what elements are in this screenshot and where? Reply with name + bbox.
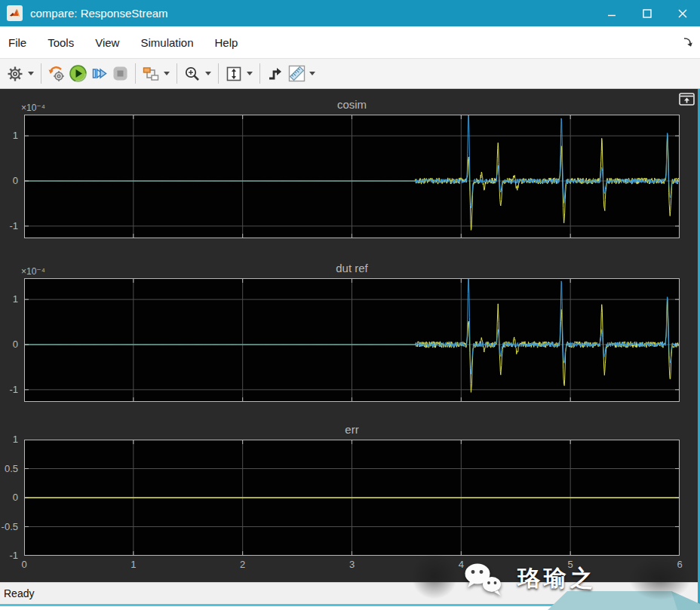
settings-dropdown-caret[interactable] — [26, 63, 36, 84]
maximize-button[interactable] — [629, 0, 665, 26]
y-tick-label: -1 — [0, 384, 21, 396]
x-tick-label: 4 — [450, 559, 472, 570]
measurements-icon[interactable] — [286, 63, 307, 84]
status-text: Ready — [4, 587, 34, 599]
y-exponent-label: ×10⁻⁴ — [21, 266, 45, 277]
close-button[interactable] — [665, 0, 700, 26]
x-tick-label: 6 — [668, 559, 691, 570]
y-tick-label: -1 — [0, 220, 21, 232]
autoscale-dropdown-caret[interactable] — [244, 63, 255, 84]
menu-file[interactable]: File — [0, 26, 37, 58]
menu-bar: File Tools View Simulation Help — [0, 26, 700, 58]
y-tick-label: 1 — [0, 293, 21, 305]
matlab-app-icon — [7, 5, 23, 21]
status-bar: Ready — [0, 582, 700, 604]
plot-title-cosim: cosim — [24, 98, 680, 111]
status-accent-line — [0, 604, 700, 606]
settings-gear-icon[interactable] — [5, 63, 26, 84]
menu-tools[interactable]: Tools — [37, 26, 84, 58]
run-icon[interactable] — [67, 63, 88, 84]
trigger-icon[interactable] — [265, 63, 286, 84]
scope-window: compare: ResponseStream File Tools View … — [0, 0, 700, 610]
zoom-dropdown-caret[interactable] — [203, 63, 213, 84]
x-tick-label: 2 — [232, 559, 254, 570]
y-tick-label: -0.5 — [0, 521, 21, 533]
plot-title-dutref: dut ref — [24, 262, 680, 274]
x-tick-label: 1 — [122, 559, 145, 570]
plot-dutref[interactable] — [24, 278, 680, 402]
toolbar-separator — [41, 63, 41, 84]
menu-view[interactable]: View — [84, 26, 130, 58]
minimize-button[interactable] — [594, 0, 629, 26]
window-title: compare: ResponseStream — [30, 7, 594, 20]
x-tick-label: 0 — [13, 559, 35, 570]
plot-cosim[interactable] — [24, 115, 680, 238]
signal-selector-dropdown-caret[interactable] — [161, 63, 172, 84]
y-tick-label: 0 — [0, 339, 21, 351]
menu-help[interactable]: Help — [204, 26, 249, 58]
y-tick-label: 0.5 — [0, 463, 21, 475]
stop-icon[interactable] — [109, 63, 130, 84]
y-tick-label: 0 — [0, 492, 21, 504]
x-tick-label: 3 — [341, 559, 364, 570]
x-tick-label: 5 — [559, 559, 582, 570]
y-tick-label: 1 — [0, 434, 21, 446]
signal-selector-icon[interactable] — [140, 63, 161, 84]
measurements-dropdown-caret[interactable] — [307, 63, 318, 84]
menu-simulation[interactable]: Simulation — [130, 26, 204, 58]
dock-arrow-icon[interactable] — [682, 36, 694, 48]
highlight-block-icon[interactable] — [46, 63, 67, 84]
plot-title-err: err — [24, 423, 680, 436]
toolbar — [0, 58, 700, 89]
autoscale-icon[interactable] — [223, 63, 244, 84]
plot-err[interactable] — [24, 440, 680, 556]
y-tick-label: 0 — [0, 175, 21, 187]
toolbar-separator — [135, 63, 136, 84]
toolbar-separator — [177, 63, 177, 84]
y-exponent-label: ×10⁻⁴ — [21, 103, 45, 113]
step-forward-icon[interactable] — [88, 63, 109, 84]
title-bar: compare: ResponseStream — [0, 0, 700, 26]
expand-panel-icon[interactable] — [679, 93, 695, 106]
toolbar-separator — [218, 63, 219, 84]
zoom-in-icon[interactable] — [182, 63, 203, 84]
y-tick-label: 1 — [0, 130, 21, 142]
toolbar-separator — [259, 63, 260, 84]
scope-canvas: cosim ×10⁻⁴ dut ref ×10⁻⁴ err 10-110-110… — [0, 89, 700, 582]
